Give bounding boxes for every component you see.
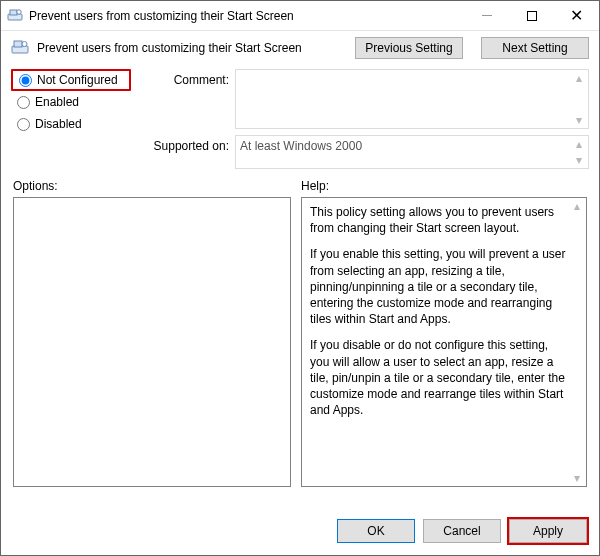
close-button[interactable]: ✕ <box>554 1 599 30</box>
ok-label: OK <box>367 524 384 538</box>
comment-label: Comment: <box>141 69 229 87</box>
supported-row: Supported on: At least Windows 2000 <box>141 135 589 169</box>
minimize-button[interactable] <box>464 1 509 30</box>
panels: This policy setting allows you to preven… <box>1 197 599 509</box>
config-block: Not Configured Enabled Disabled Comment:… <box>1 69 599 173</box>
maximize-button[interactable] <box>509 1 554 30</box>
radio-disabled-input[interactable] <box>17 118 30 131</box>
svg-rect-4 <box>14 41 22 47</box>
scroll-down-icon[interactable] <box>574 472 584 484</box>
help-paragraph: If you enable this setting, you will pre… <box>310 246 568 327</box>
options-label: Options: <box>13 179 291 193</box>
next-setting-button[interactable]: Next Setting <box>481 37 589 59</box>
supported-on-value: At least Windows 2000 <box>240 139 362 153</box>
section-labels: Options: Help: <box>1 173 599 197</box>
supported-label: Supported on: <box>141 135 229 153</box>
help-label: Help: <box>301 179 587 193</box>
svg-point-5 <box>22 42 27 47</box>
cancel-label: Cancel <box>443 524 480 538</box>
fields-column: Comment: Supported on: At least Windows … <box>141 69 589 169</box>
gpo-editor-window: Prevent users from customizing their Sta… <box>0 0 600 556</box>
help-paragraph: If you disable or do not configure this … <box>310 337 568 418</box>
supported-scrollbar[interactable] <box>576 138 586 166</box>
radio-enabled-input[interactable] <box>17 96 30 109</box>
options-panel <box>13 197 291 487</box>
comment-row: Comment: <box>141 69 589 129</box>
scroll-up-icon[interactable] <box>576 138 586 150</box>
header-row: Prevent users from customizing their Sta… <box>1 31 599 69</box>
scroll-up-icon[interactable] <box>574 200 584 212</box>
dialog-footer: OK Cancel Apply <box>1 509 599 555</box>
policy-icon <box>11 39 29 57</box>
scroll-up-icon[interactable] <box>576 72 586 84</box>
radio-not-configured-label: Not Configured <box>37 73 118 87</box>
ok-button[interactable]: OK <box>337 519 415 543</box>
titlebar: Prevent users from customizing their Sta… <box>1 1 599 31</box>
radio-not-configured-input[interactable] <box>19 74 32 87</box>
radio-not-configured[interactable]: Not Configured <box>11 69 131 91</box>
radio-enabled[interactable]: Enabled <box>11 91 131 113</box>
setting-state-radios: Not Configured Enabled Disabled <box>11 69 131 169</box>
window-controls: ✕ <box>464 1 599 30</box>
cancel-button[interactable]: Cancel <box>423 519 501 543</box>
radio-disabled-label: Disabled <box>35 117 82 131</box>
policy-titlebar-icon <box>7 8 23 24</box>
help-scrollbar[interactable] <box>574 200 584 484</box>
supported-on-box: At least Windows 2000 <box>235 135 589 169</box>
scroll-down-icon[interactable] <box>576 154 586 166</box>
previous-setting-label: Previous Setting <box>365 41 452 55</box>
apply-button[interactable]: Apply <box>509 519 587 543</box>
radio-disabled[interactable]: Disabled <box>11 113 131 135</box>
help-panel: This policy setting allows you to preven… <box>301 197 587 487</box>
apply-label: Apply <box>533 524 563 538</box>
previous-setting-button[interactable]: Previous Setting <box>355 37 463 59</box>
policy-title: Prevent users from customizing their Sta… <box>37 41 302 55</box>
svg-point-2 <box>17 9 21 13</box>
svg-rect-1 <box>10 10 17 15</box>
help-paragraph: This policy setting allows you to preven… <box>310 204 568 236</box>
comment-scrollbar[interactable] <box>576 72 586 126</box>
next-setting-label: Next Setting <box>502 41 567 55</box>
scroll-down-icon[interactable] <box>576 114 586 126</box>
comment-textarea[interactable] <box>235 69 589 129</box>
window-title: Prevent users from customizing their Sta… <box>29 9 294 23</box>
radio-enabled-label: Enabled <box>35 95 79 109</box>
